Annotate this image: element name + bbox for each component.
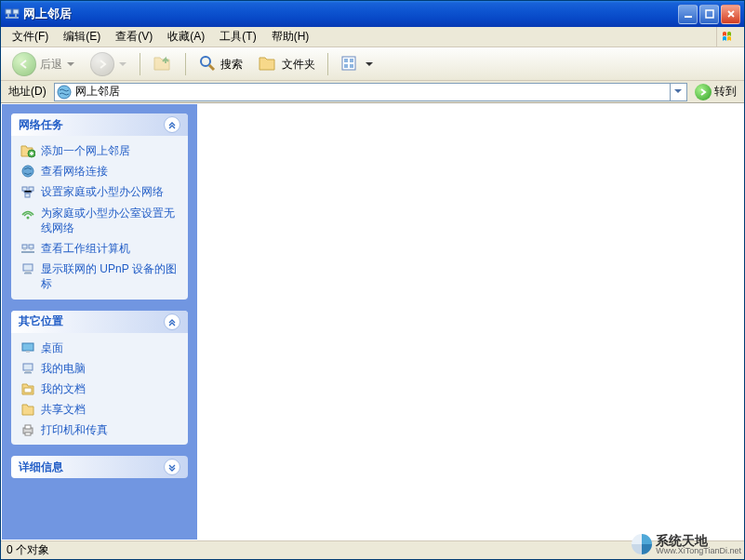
svg-rect-4 — [6, 17, 19, 19]
collapse-icon[interactable] — [164, 116, 180, 133]
panel-details: 详细信息 — [11, 456, 188, 478]
svg-rect-17 — [29, 187, 33, 191]
task-label: 打印机和传真 — [41, 422, 108, 437]
task-label: 添加一个网上邻居 — [41, 143, 130, 158]
menu-tools[interactable]: 工具(T) — [212, 27, 263, 47]
my-documents-icon — [20, 381, 35, 396]
place-desktop[interactable]: 桌面 — [20, 340, 179, 355]
address-label: 地址(D) — [8, 84, 47, 100]
panel-header-details[interactable]: 详细信息 — [11, 456, 188, 478]
content-area[interactable] — [197, 104, 743, 540]
back-button[interactable]: 后退 — [7, 49, 81, 79]
network-setup-icon — [20, 184, 35, 199]
minimize-button[interactable] — [678, 5, 698, 24]
svg-rect-25 — [23, 264, 33, 271]
place-my-documents[interactable]: 我的文档 — [20, 381, 179, 396]
workgroup-icon — [20, 241, 35, 256]
svg-rect-0 — [6, 9, 11, 14]
folders-button[interactable]: 文件夹 — [252, 51, 321, 78]
sidebar: 网络任务 添加一个网上邻居 查看网络连接 设置家庭或小型办公网络 — [2, 104, 197, 540]
menu-file[interactable]: 文件(F) — [5, 27, 56, 47]
task-label: 共享文档 — [41, 402, 86, 417]
watermark: 系统天地 Www.XiTongTianDi.net — [630, 532, 741, 556]
task-add-network-place[interactable]: 添加一个网上邻居 — [20, 143, 179, 158]
addressbar: 地址(D) 网上邻居 转到 — [1, 81, 744, 103]
expand-icon[interactable] — [164, 459, 180, 475]
svg-rect-21 — [29, 245, 33, 248]
titlebar[interactable]: 网上邻居 — [1, 1, 744, 27]
svg-rect-23 — [30, 248, 33, 250]
chevron-down-icon — [118, 62, 127, 67]
forward-button[interactable] — [85, 49, 133, 79]
address-dropdown[interactable] — [670, 84, 685, 100]
maximize-button[interactable] — [699, 5, 719, 24]
task-view-network-connections[interactable]: 查看网络连接 — [20, 164, 179, 179]
collapse-icon[interactable] — [164, 313, 180, 330]
svg-point-15 — [22, 166, 33, 177]
menu-favorites[interactable]: 收藏(A) — [160, 27, 212, 47]
up-button[interactable] — [147, 51, 179, 78]
task-show-upnp-devices[interactable]: 显示联网的 UPnP 设备的图标 — [20, 261, 179, 291]
task-setup-home-network[interactable]: 设置家庭或小型办公网络 — [20, 184, 179, 199]
panel-title: 详细信息 — [19, 460, 164, 475]
panel-body: 添加一个网上邻居 查看网络连接 设置家庭或小型办公网络 为家庭或小型办公室设置无… — [11, 136, 188, 300]
svg-rect-10 — [350, 59, 353, 62]
menu-help[interactable]: 帮助(H) — [264, 27, 317, 47]
folders-label: 文件夹 — [282, 57, 315, 73]
place-shared-documents[interactable]: 共享文档 — [20, 402, 179, 417]
svg-rect-31 — [25, 370, 31, 372]
go-button[interactable]: 转到 — [691, 84, 740, 100]
task-label: 设置家庭或小型办公网络 — [41, 184, 164, 199]
svg-point-7 — [201, 57, 210, 66]
place-printers-and-faxes[interactable]: 打印机和传真 — [20, 422, 179, 437]
task-label: 我的文档 — [41, 381, 86, 396]
svg-rect-35 — [25, 425, 31, 429]
back-label: 后退 — [40, 57, 62, 73]
wireless-icon — [20, 206, 35, 220]
svg-rect-27 — [24, 273, 32, 274]
separator — [185, 53, 186, 75]
svg-rect-33 — [24, 388, 32, 393]
svg-rect-20 — [22, 245, 27, 248]
menu-view[interactable]: 查看(V) — [108, 27, 160, 47]
window-buttons — [678, 5, 740, 24]
chevron-down-icon — [365, 62, 374, 67]
panel-network-tasks: 网络任务 添加一个网上邻居 查看网络连接 设置家庭或小型办公网络 — [11, 113, 188, 300]
svg-rect-22 — [23, 248, 26, 250]
panel-header-other[interactable]: 其它位置 — [11, 311, 188, 333]
network-neighborhood-icon — [57, 85, 72, 100]
svg-rect-12 — [350, 64, 353, 68]
watermark-text: 系统天地 — [656, 534, 741, 547]
my-computer-icon — [20, 361, 35, 376]
place-my-computer[interactable]: 我的电脑 — [20, 361, 179, 376]
window: 网上邻居 文件(F) 编辑(E) 查看(V) 收藏(A) 工具(T) 帮助(H)… — [0, 0, 745, 560]
folder-up-icon — [153, 54, 173, 75]
task-view-workgroup[interactable]: 查看工作组计算机 — [20, 241, 179, 256]
chevron-down-icon — [66, 62, 75, 67]
views-button[interactable] — [335, 51, 379, 78]
go-icon — [695, 84, 712, 100]
views-icon — [340, 54, 361, 75]
watermark-logo-icon — [630, 532, 654, 556]
task-label: 为家庭或小型办公室设置无线网络 — [41, 206, 179, 235]
task-setup-wireless-network[interactable]: 为家庭或小型办公室设置无线网络 — [20, 206, 179, 235]
panel-title: 网络任务 — [19, 117, 164, 133]
task-label: 显示联网的 UPnP 设备的图标 — [41, 261, 179, 291]
forward-icon — [90, 52, 114, 76]
svg-rect-36 — [25, 433, 31, 435]
status-text: 0 个对象 — [7, 542, 49, 558]
svg-rect-5 — [685, 16, 692, 18]
svg-rect-3 — [15, 14, 17, 17]
panel-header-network[interactable]: 网络任务 — [11, 113, 188, 136]
svg-rect-29 — [26, 351, 30, 353]
svg-point-19 — [27, 216, 30, 219]
menu-edit[interactable]: 编辑(E) — [56, 27, 108, 47]
address-input[interactable]: 网上邻居 — [54, 83, 687, 101]
address-text: 网上邻居 — [75, 84, 666, 100]
svg-rect-26 — [25, 271, 31, 273]
close-button[interactable] — [721, 5, 740, 24]
task-label: 查看工作组计算机 — [41, 241, 130, 256]
search-button[interactable]: 搜索 — [193, 51, 248, 78]
panel-other-places: 其它位置 桌面 我的电脑 我的文档 — [11, 311, 188, 446]
svg-rect-1 — [13, 9, 19, 14]
